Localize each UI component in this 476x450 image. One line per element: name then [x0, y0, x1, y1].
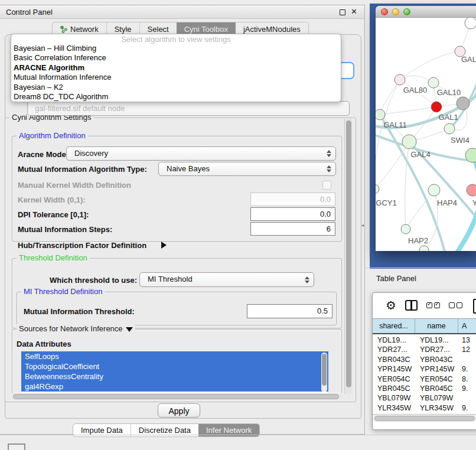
float-window-icon[interactable] — [340, 9, 345, 15]
kernel-width-field: 0.0 — [250, 193, 335, 206]
aracne-mode-label: Aracne Mode: — [18, 150, 69, 159]
table-column-header[interactable]: shared... — [373, 319, 415, 333]
network-node-label: GAL80 — [403, 86, 427, 94]
kernel-width-label: Kernel Width (0,1): — [18, 195, 86, 204]
hub-definition-label[interactable]: Hub/Transcription Factor Definition — [18, 241, 146, 250]
tab-label: Style — [115, 25, 132, 34]
aracne-mode-select[interactable]: Discovery — [66, 146, 336, 161]
network-node[interactable] — [457, 97, 470, 110]
data-attribute-item[interactable]: BetweennessCentrality — [21, 371, 328, 381]
mi-threshold-field[interactable]: 0.5 — [247, 304, 332, 318]
mi-steps-field[interactable]: 6 — [250, 222, 335, 236]
control-panel-titlebar: Control Panel ✕ — [0, 5, 364, 19]
close-traffic-light-icon[interactable] — [381, 8, 388, 15]
table-selector-combo[interactable]: gal-filtered.sif default node — [27, 101, 350, 116]
table-selector-value: gal-filtered.sif default node — [28, 102, 349, 115]
table-row[interactable]: YDL19...YDL19...13 — [373, 335, 476, 345]
network-edge[interactable] — [400, 51, 460, 80]
settings-vertical-scrollbar[interactable] — [344, 119, 352, 394]
algorithm-option[interactable]: Bayesian – Hill Climbing — [11, 44, 341, 53]
table-cell — [458, 393, 476, 403]
table-row[interactable]: YLR345WYLR345W9. — [373, 403, 476, 413]
network-edge[interactable] — [380, 80, 400, 115]
collapse-arrow-icon[interactable] — [126, 327, 133, 332]
table-row[interactable]: YBR045CYBR045C9. — [373, 384, 476, 393]
kernel-width-value: 0.0 — [251, 193, 335, 206]
network-node-gal4[interactable] — [402, 135, 416, 149]
network-node-swi4[interactable] — [444, 123, 455, 134]
mi-threshold-label: Mutual Information Threshold: — [24, 307, 135, 316]
network-edge[interactable] — [376, 80, 400, 189]
data-attribute-item[interactable]: SelfLoops — [21, 351, 328, 361]
network-node-gal10[interactable] — [428, 77, 439, 88]
network-edge[interactable] — [405, 142, 409, 229]
gear-icon[interactable]: ⚙ — [386, 299, 396, 311]
zoom-traffic-light-icon[interactable] — [403, 8, 410, 15]
data-attributes-label: Data Attributes — [17, 340, 71, 348]
network-node-hap4[interactable] — [428, 184, 440, 196]
pane-splitter-handle[interactable]: ◂ — [361, 223, 364, 228]
table-cell: YPR145W — [415, 364, 458, 374]
network-window: GALGAL80GAL10GAL1GAL11SWI4GAL4GCY1HAP4YH… — [376, 6, 476, 251]
algorithm-option[interactable]: Bayesian – K2 — [11, 83, 341, 92]
manual-kernel-checkbox[interactable] — [322, 181, 331, 190]
table-horizontal-scrollbar[interactable] — [373, 414, 476, 422]
table-row[interactable]: YER054CYER054C8. — [373, 374, 476, 384]
apply-button[interactable]: Apply — [158, 403, 200, 418]
network-edge[interactable] — [380, 107, 436, 115]
minimized-panel-icon[interactable] — [8, 444, 25, 450]
table-cell: YBR045C — [415, 384, 458, 393]
which-threshold-label: Which threshold to use: — [50, 276, 137, 285]
checked-pair-icon[interactable] — [426, 302, 440, 308]
network-node-gal80[interactable] — [395, 74, 405, 85]
network-node-hap2[interactable] — [401, 224, 410, 234]
network-node-label: GAL11 — [383, 120, 407, 129]
table-row[interactable]: YDR27...YDR27...12 — [373, 345, 476, 354]
close-icon[interactable]: ✕ — [351, 7, 357, 16]
tab-label: Select — [148, 25, 169, 34]
table-row[interactable]: YBL079WYBL079W — [373, 393, 476, 403]
algorithm-option[interactable]: Dream8 DC_TDC Algorithm — [11, 92, 341, 102]
data-attribute-item[interactable]: gal4RGexp — [21, 381, 328, 392]
algorithm-dropdown-items: Bayesian – Hill ClimbingBasic Correlatio… — [11, 44, 341, 102]
page-icon[interactable] — [473, 299, 476, 314]
network-node-label: SWI4 — [451, 136, 470, 145]
network-canvas[interactable]: GALGAL80GAL10GAL1GAL11SWI4GAL4GCY1HAP4YH… — [376, 18, 476, 251]
data-attributes-list[interactable]: SelfLoopsTopologicalCoefficientBetweenne… — [21, 351, 328, 393]
network-edge[interactable] — [376, 142, 409, 189]
network-node[interactable] — [465, 18, 476, 29]
network-window-titlebar[interactable] — [376, 6, 476, 18]
expand-arrow-icon[interactable] — [161, 242, 167, 249]
dpi-tolerance-field[interactable]: 0.0 — [250, 207, 335, 221]
table-cell — [458, 355, 476, 364]
table-cell: YDL19... — [373, 335, 415, 345]
sources-legend[interactable]: Sources for Network Inference — [17, 324, 135, 333]
network-node-gal1[interactable] — [431, 102, 442, 112]
table-column-header[interactable]: A — [458, 319, 476, 333]
data-attribute-item[interactable]: TopologicalCoefficient — [21, 361, 328, 371]
network-node-gcy1[interactable] — [376, 184, 379, 194]
table-cell: 12 — [458, 345, 476, 354]
table-header-row: shared...nameA — [373, 318, 476, 334]
algorithm-option[interactable]: Mutual Information Inference — [11, 73, 341, 82]
unchecked-pair-icon[interactable] — [449, 302, 462, 308]
which-threshold-select[interactable]: MI Threshold — [139, 272, 314, 287]
mi-type-select[interactable]: Naive Bayes — [158, 162, 336, 176]
algorithm-option[interactable]: Basic Correlation Inference — [11, 53, 341, 63]
table-cell: YDR27... — [415, 345, 458, 354]
table-cell: YLR345W — [373, 403, 415, 413]
table-cell: YBR043C — [415, 355, 458, 364]
tab-label: Network — [70, 25, 99, 34]
table-column-header[interactable]: name — [415, 319, 458, 333]
minimize-traffic-light-icon[interactable] — [392, 8, 399, 15]
table-row[interactable]: YBR043CYBR043C — [373, 355, 476, 364]
settings-horizontal-scrollbar[interactable] — [12, 393, 343, 400]
column-split-icon[interactable] — [405, 300, 418, 311]
table-row[interactable]: YPR145WYPR145W9. — [373, 364, 476, 374]
app-root: Control Panel ✕ NetworkStyleSelectCyni T… — [0, 0, 476, 450]
network-node-y[interactable] — [467, 184, 476, 196]
network-node-gal11[interactable] — [376, 109, 385, 120]
bottom-divider — [0, 435, 476, 435]
algorithm-option[interactable]: ARACNE Algorithm — [11, 63, 341, 73]
attributes-scrollbar[interactable] — [321, 353, 327, 392]
